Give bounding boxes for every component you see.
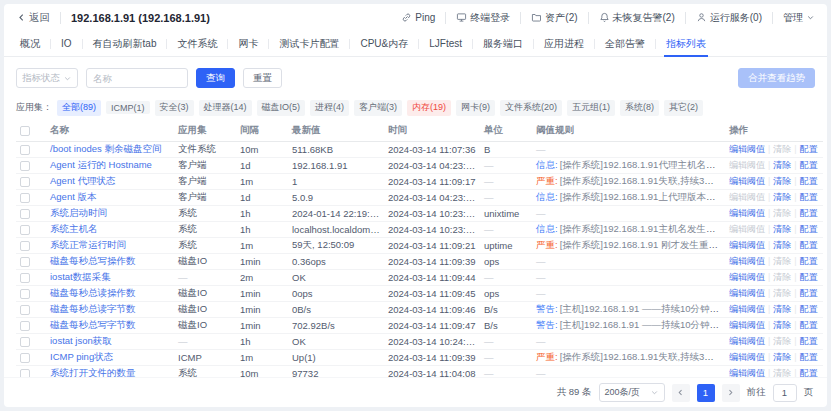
edit-threshold-link[interactable]: 编辑阈值	[729, 304, 765, 314]
page-size-select[interactable]: 200条/页	[599, 383, 665, 402]
metric-row[interactable]: 系统打开文件的数量系统10m977322024-03-14 11:04:08——…	[16, 365, 823, 377]
config-link[interactable]: 配置	[800, 224, 818, 234]
row-checkbox[interactable]	[20, 257, 30, 267]
row-checkbox[interactable]	[20, 273, 30, 283]
select-all-checkbox[interactable]	[20, 126, 30, 136]
metric-name-link[interactable]: Agent 版本	[50, 191, 96, 202]
edit-threshold-link[interactable]: 编辑阈值	[729, 176, 765, 186]
row-checkbox[interactable]	[20, 177, 30, 187]
config-link[interactable]: 配置	[800, 304, 818, 314]
row-checkbox[interactable]	[20, 353, 30, 363]
metric-name-link[interactable]: 系统打开文件的数量	[50, 367, 136, 378]
appset-tag-all[interactable]: 全部(89)	[57, 100, 101, 116]
prev-page-button[interactable]	[672, 384, 690, 402]
next-page-button[interactable]	[722, 384, 740, 402]
config-link[interactable]: 配置	[800, 208, 818, 218]
action-assets[interactable]: 资产(2)	[531, 11, 577, 25]
metric-status-select[interactable]: 指标状态	[16, 68, 78, 88]
edit-threshold-link[interactable]: 编辑阈值	[729, 240, 765, 250]
tab-ljftest[interactable]: LJFtest	[419, 31, 472, 56]
action-terminal-login[interactable]: 终端登录	[456, 11, 510, 25]
config-link[interactable]: 配置	[800, 256, 818, 266]
appset-tag-system[interactable]: 系统(8)	[620, 100, 659, 116]
row-checkbox[interactable]	[20, 193, 30, 203]
clear-link[interactable]: 清除	[773, 352, 791, 362]
metric-name-link[interactable]: /boot inodes 剩余磁盘空间	[50, 143, 161, 154]
row-checkbox[interactable]	[20, 321, 30, 331]
metric-name-link[interactable]: Agent 代理状态	[50, 175, 115, 186]
tab-service-port[interactable]: 服务端口	[473, 31, 533, 56]
metric-row[interactable]: iostat json获取—1hOK2024-03-14 10:24:05——编…	[16, 333, 823, 349]
metric-name-link[interactable]: 磁盘每秒总写字节数	[50, 319, 136, 330]
metric-row[interactable]: 磁盘每秒总读字节数磁盘IO1min0B/s2024-03-14 11:09:46…	[16, 301, 823, 317]
metric-row[interactable]: 磁盘每秒总写操作数磁盘IO1min0.36ops2024-03-14 11:09…	[16, 253, 823, 269]
row-checkbox[interactable]	[20, 305, 30, 315]
row-checkbox[interactable]	[20, 241, 30, 251]
row-checkbox[interactable]	[20, 145, 30, 155]
edit-threshold-link[interactable]: 编辑阈值	[729, 368, 765, 378]
appset-tag-filesystem[interactable]: 文件系统(20)	[500, 100, 562, 116]
tab-all-alerts[interactable]: 全部告警	[595, 31, 655, 56]
back-button[interactable]: 返回	[16, 11, 50, 25]
clear-link[interactable]: 清除	[773, 224, 791, 234]
goto-page-input[interactable]	[773, 384, 797, 402]
metric-name-link[interactable]: ICMP ping状态	[50, 351, 113, 362]
edit-threshold-link[interactable]: 编辑阈值	[729, 256, 765, 266]
appset-tag-other[interactable]: 其它(2)	[664, 100, 703, 116]
clear-link[interactable]: 清除	[773, 192, 791, 202]
reset-button[interactable]: 重置	[243, 68, 282, 88]
metric-name-link[interactable]: iostat数据采集	[50, 271, 111, 282]
action-ping[interactable]: Ping	[401, 12, 435, 23]
tab-overview[interactable]: 概况	[10, 31, 50, 56]
config-link[interactable]: 配置	[800, 144, 818, 154]
action-manage[interactable]: 管理	[783, 11, 815, 25]
config-link[interactable]: 配置	[800, 192, 818, 202]
row-checkbox[interactable]	[20, 209, 30, 219]
config-link[interactable]: 配置	[800, 240, 818, 250]
metric-row[interactable]: 系统正常运行时间系统1m59天, 12:50:092024-03-14 11:0…	[16, 237, 823, 253]
edit-threshold-link[interactable]: 编辑阈值	[729, 272, 765, 282]
action-services[interactable]: 运行服务(0)	[696, 11, 762, 25]
appset-tag-memory[interactable]: 内存(19)	[407, 100, 451, 116]
metric-name-link[interactable]: 磁盘每秒总读字节数	[50, 303, 136, 314]
appset-tag-disk-io[interactable]: 磁盘IO(5)	[257, 100, 306, 116]
metric-row[interactable]: 系统主机名系统1hlocalhost.localdomain2024-03-14…	[16, 221, 823, 237]
tab-metric-list[interactable]: 指标列表	[656, 31, 716, 56]
config-link[interactable]: 配置	[800, 320, 818, 330]
clear-link[interactable]: 清除	[773, 304, 791, 314]
clear-link[interactable]: 清除	[773, 160, 791, 170]
edit-threshold-link[interactable]: 编辑阈值	[729, 320, 765, 330]
metric-name-link[interactable]: Agent 运行的 Hostname	[50, 159, 152, 170]
query-button[interactable]: 查询	[196, 68, 235, 88]
edit-threshold-link[interactable]: 编辑阈值	[729, 336, 765, 346]
metric-name-link[interactable]: 系统正常运行时间	[50, 239, 126, 250]
config-link[interactable]: 配置	[800, 368, 818, 378]
appset-tag-cpu[interactable]: 处理器(14)	[199, 100, 252, 116]
tab-cpu-mem[interactable]: CPU&内存	[350, 31, 418, 56]
config-link[interactable]: 配置	[800, 160, 818, 170]
tab-app-process[interactable]: 应用进程	[534, 31, 594, 56]
tab-io[interactable]: IO	[51, 31, 82, 56]
tab-card-config[interactable]: 测试卡片配置	[269, 31, 349, 56]
config-link[interactable]: 配置	[800, 272, 818, 282]
tab-filesystem[interactable]: 文件系统	[167, 31, 227, 56]
metric-row[interactable]: 磁盘每秒总写字节数磁盘IO1min702.92B/s2024-03-14 11:…	[16, 317, 823, 333]
metric-row[interactable]: iostat数据采集—2mOK2024-03-14 11:09:44——编辑阈值…	[16, 269, 823, 285]
appset-tag-tuple[interactable]: 五元组(1)	[567, 100, 615, 116]
metric-row[interactable]: Agent 运行的 Hostname客户端1d192.168.1.912024-…	[16, 157, 823, 173]
metric-row[interactable]: 系统启动时间系统1h2024-01-14 22:19:122024-03-14 …	[16, 205, 823, 221]
row-checkbox[interactable]	[20, 225, 30, 235]
metric-name-link[interactable]: 系统启动时间	[50, 207, 107, 218]
config-link[interactable]: 配置	[800, 288, 818, 298]
metric-name-link[interactable]: 磁盘每秒总读操作数	[50, 287, 136, 298]
tab-autorefresh[interactable]: 有自动刷新tab	[83, 31, 167, 56]
clear-link[interactable]: 清除	[773, 240, 791, 250]
row-checkbox[interactable]	[20, 161, 30, 171]
appset-tag-process[interactable]: 进程(4)	[310, 100, 349, 116]
row-checkbox[interactable]	[20, 289, 30, 299]
action-alerts[interactable]: 未恢复告警(2)	[599, 11, 675, 25]
edit-threshold-link[interactable]: 编辑阈值	[729, 208, 765, 218]
config-link[interactable]: 配置	[800, 176, 818, 186]
metric-row[interactable]: Agent 代理状态客户端1m12024-03-14 11:09:17—严重:[…	[16, 173, 823, 189]
row-checkbox[interactable]	[20, 369, 30, 377]
